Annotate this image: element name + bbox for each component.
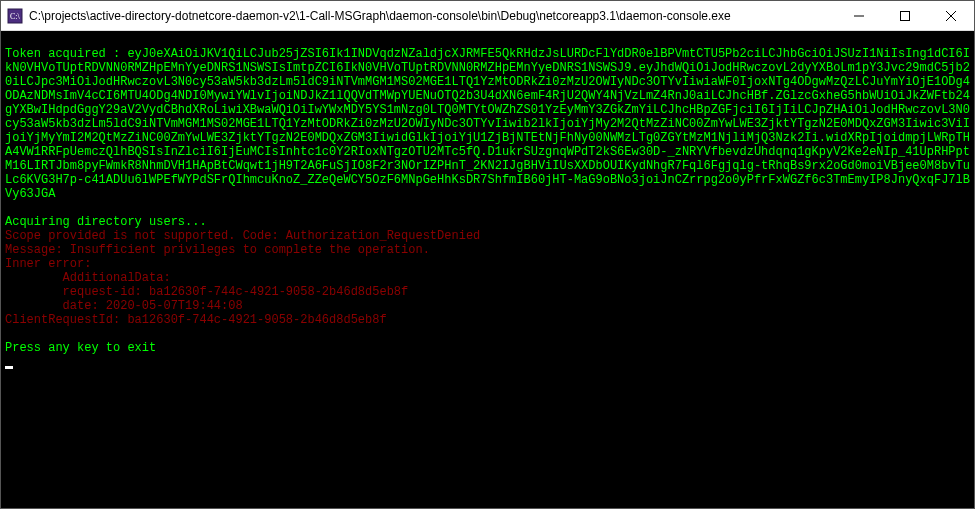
svg-text:C:\: C:\ <box>10 12 21 21</box>
error-additional: AdditionalData: <box>5 271 171 285</box>
token-value: eyJ0eXAiOiJKV1QiLCJub25jZSI6Ik1INDVqdzNZ… <box>5 47 970 201</box>
maximize-button[interactable] <box>882 1 928 30</box>
error-scope: Scope provided is not supported. Code: A… <box>5 229 480 243</box>
token-prefix: Token acquired : <box>5 47 127 61</box>
error-date: date: 2020-05-07T19:44:08 <box>5 299 243 313</box>
error-client-request-id: ClientRequestId: ba12630f-744c-4921-9058… <box>5 313 387 327</box>
close-button[interactable] <box>928 1 974 30</box>
svg-rect-3 <box>901 11 910 20</box>
error-request-id: request-id: ba12630f-744c-4921-9058-2b46… <box>5 285 408 299</box>
error-inner: Inner error: <box>5 257 91 271</box>
press-any-key: Press any key to exit <box>5 341 156 355</box>
titlebar[interactable]: C:\ C:\projects\active-directory-dotnetc… <box>1 1 974 31</box>
app-icon: C:\ <box>7 8 23 24</box>
acquiring-line: Acquiring directory users... <box>5 215 207 229</box>
window-title: C:\projects\active-directory-dotnetcore-… <box>29 9 836 23</box>
token-line: Token acquired : eyJ0eXAiOiJKV1QiLCJub25… <box>5 47 970 201</box>
cursor <box>5 366 13 369</box>
window-controls <box>836 1 974 30</box>
console-output[interactable]: Token acquired : eyJ0eXAiOiJKV1QiLCJub25… <box>1 31 974 508</box>
error-message: Message: Insufficient privileges to comp… <box>5 243 430 257</box>
minimize-button[interactable] <box>836 1 882 30</box>
console-window: C:\ C:\projects\active-directory-dotnetc… <box>0 0 975 509</box>
